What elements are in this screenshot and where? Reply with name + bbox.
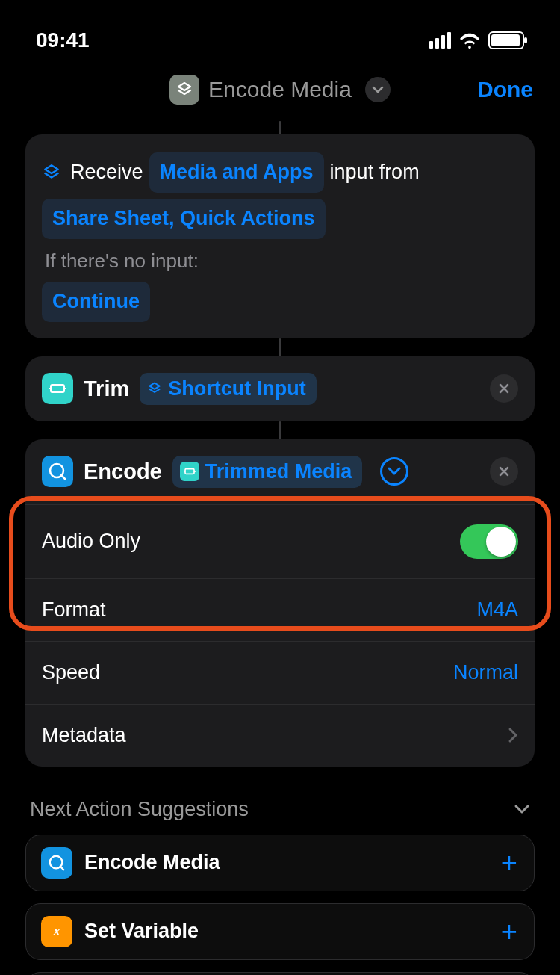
svg-text:x: x [53,923,60,938]
chevron-down-icon [514,804,530,814]
input-types-chip[interactable]: Media and Apps [149,152,324,193]
nav-title-button[interactable]: Encode Media [169,75,391,105]
suggestion-make-gif[interactable]: Make GIF + [25,972,535,975]
status-time: 09:41 [36,28,90,52]
connector-line [279,421,281,439]
done-button[interactable]: Done [477,77,533,102]
trim-title: Trim [84,377,129,401]
format-label: Format [42,598,106,622]
encode-params: Audio Only Format M4A Speed Normal Metad… [25,504,535,767]
no-input-label: If there's no input: [45,250,518,273]
variable-icon: x [41,916,72,947]
delete-encode-action-button[interactable] [490,457,518,486]
receive-action-card[interactable]: Receive Media and Apps input from Share … [25,134,535,338]
param-audio-only-row: Audio Only [25,504,535,578]
trim-variable-label: Shortcut Input [168,377,305,400]
close-icon [498,465,510,477]
add-suggestion-button[interactable]: + [501,917,517,946]
receive-from-label: input from [330,155,420,190]
quicktime-icon [41,847,72,879]
delete-trim-action-button[interactable] [490,374,518,403]
metadata-label: Metadata [42,724,126,747]
suggestion-label: Encode Media [84,851,220,874]
status-right-icons [429,31,524,49]
audio-only-toggle[interactable] [460,524,518,559]
suggestion-set-variable[interactable]: x Set Variable + [25,903,535,960]
encode-variable-label: Trimmed Media [205,460,352,483]
chevron-down-icon [388,467,401,476]
shortcuts-mini-icon [147,381,162,396]
svg-rect-4 [185,469,194,474]
close-icon [498,383,510,394]
format-value: M4A [476,598,518,622]
speed-value: Normal [453,661,518,684]
encode-action-card[interactable]: Encode Trimmed Media Audio Only Format [25,439,535,767]
shortcuts-app-icon [169,75,199,105]
nav-bar: Encode Media Done [0,61,560,121]
trim-action-card[interactable]: Trim Shortcut Input [25,356,535,421]
status-bar: 09:41 [0,0,560,61]
param-metadata-row[interactable]: Metadata [25,704,535,767]
audio-only-label: Audio Only [42,530,140,553]
chevron-down-icon [372,86,384,93]
input-sources-chip[interactable]: Share Sheet, Quick Actions [42,199,326,239]
encode-title: Encode [84,459,162,484]
chevron-right-icon [508,727,518,743]
shortcuts-icon [42,163,61,182]
trim-mini-icon [180,462,199,481]
cellular-icon [429,32,451,49]
suggestions-header-row[interactable]: Next Action Suggestions [30,798,530,821]
param-format-row[interactable]: Format M4A [25,578,535,641]
connector-line [279,121,281,134]
param-speed-row[interactable]: Speed Normal [25,641,535,704]
speed-label: Speed [42,661,100,684]
receive-label: Receive [70,155,143,190]
quicktime-icon [42,456,73,487]
collapse-params-button[interactable] [380,457,408,486]
battery-icon [488,31,524,49]
trim-icon [42,373,73,404]
add-suggestion-button[interactable]: + [501,849,517,877]
nav-dropdown-button[interactable] [365,77,391,102]
connector-line [279,338,281,356]
wifi-icon [458,32,481,49]
nav-title-label: Encode Media [208,77,352,102]
encode-input-variable-chip[interactable]: Trimmed Media [172,456,363,488]
suggestion-label: Set Variable [84,920,199,943]
suggestions-title: Next Action Suggestions [30,798,249,821]
svg-rect-0 [51,385,64,392]
trim-input-variable-chip[interactable]: Shortcut Input [140,373,316,405]
suggestion-encode-media[interactable]: Encode Media + [25,835,535,891]
no-input-behavior-chip[interactable]: Continue [42,282,150,322]
